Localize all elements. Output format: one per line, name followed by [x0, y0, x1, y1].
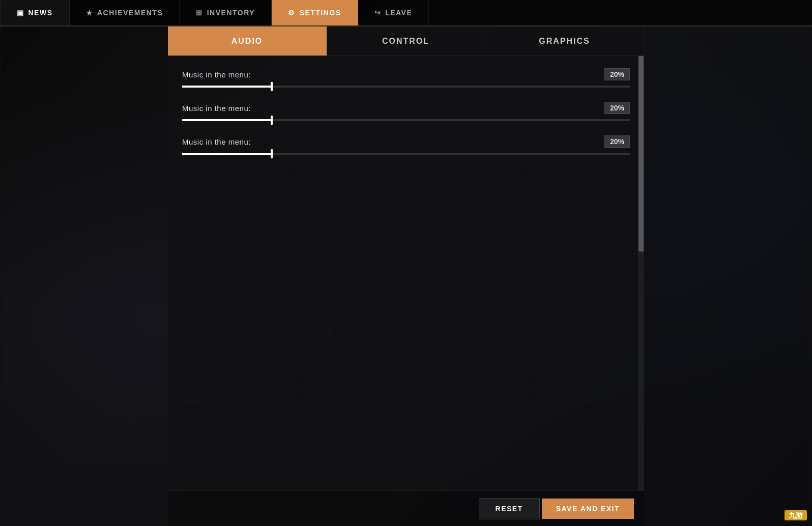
leave-icon: ↪	[374, 9, 382, 17]
slider-row-3: Music in the menu: 20%	[182, 135, 630, 155]
news-icon: ▣	[17, 9, 24, 17]
nav-label-news: NEWS	[28, 9, 53, 17]
slider-label-row-2: Music in the menu: 20%	[182, 102, 630, 114]
side-background-left	[0, 26, 168, 526]
slider-row-1: Music in the menu: 20%	[182, 68, 630, 88]
settings-content: Music in the menu: 20% Music in the menu…	[168, 56, 644, 181]
slider-track-3[interactable]	[182, 153, 630, 155]
settings-icon: ⚙	[288, 9, 296, 17]
nav-item-achievements[interactable]: ★ ACHIEVEMENTS	[70, 0, 180, 25]
tab-control[interactable]: CONTROL	[327, 26, 485, 56]
nav-label-achievements: ACHIEVEMENTS	[97, 9, 163, 17]
slider-label-row-3: Music in the menu: 20%	[182, 135, 630, 148]
tab-audio-label: AUDIO	[231, 37, 263, 46]
slider-label-2: Music in the menu:	[182, 104, 251, 113]
nav-item-news[interactable]: ▣ NEWS	[0, 0, 70, 25]
slider-label-1: Music in the menu:	[182, 70, 251, 79]
side-background-right	[644, 26, 812, 526]
tab-graphics[interactable]: GRAPHICS	[485, 26, 644, 56]
slider-value-1: 20%	[604, 68, 630, 80]
nav-label-leave: LEAVE	[385, 9, 412, 17]
nav-item-leave[interactable]: ↪ LEAVE	[358, 0, 429, 25]
nav-item-inventory[interactable]: ⊞ INVENTORY	[180, 0, 272, 25]
slider-track-2[interactable]	[182, 119, 630, 121]
slider-fill-3	[182, 153, 272, 155]
slider-fill-1	[182, 86, 272, 88]
slider-thumb-3[interactable]	[271, 149, 273, 158]
bottom-bar: RESET SAVE AND EXIT	[168, 490, 644, 526]
slider-row-2: Music in the menu: 20%	[182, 102, 630, 121]
reset-button[interactable]: RESET	[479, 498, 540, 519]
inventory-icon: ⊞	[196, 9, 203, 17]
slider-value-2: 20%	[604, 102, 630, 114]
slider-value-3: 20%	[604, 135, 630, 148]
nav-item-settings[interactable]: ⚙ SETTINGS	[272, 0, 358, 25]
nav-label-settings: SETTINGS	[300, 9, 341, 17]
watermark: 九游	[785, 508, 807, 521]
slider-thumb-1[interactable]	[271, 82, 273, 91]
nav-label-inventory: INVENTORY	[207, 9, 255, 17]
tab-graphics-label: GRAPHICS	[539, 37, 590, 46]
slider-thumb-2[interactable]	[271, 116, 273, 125]
sub-tab-bar: AUDIO CONTROL GRAPHICS	[168, 26, 644, 56]
tab-audio[interactable]: AUDIO	[168, 26, 327, 56]
achievements-icon: ★	[86, 9, 94, 17]
top-navigation: ▣ NEWS ★ ACHIEVEMENTS ⊞ INVENTORY ⚙ SETT…	[0, 0, 812, 26]
main-panel: AUDIO CONTROL GRAPHICS Music in the menu…	[168, 26, 644, 526]
slider-label-3: Music in the menu:	[182, 137, 251, 146]
save-exit-button[interactable]: SAVE AND EXIT	[542, 499, 634, 519]
slider-fill-2	[182, 119, 272, 121]
slider-label-row-1: Music in the menu: 20%	[182, 68, 630, 80]
slider-track-1[interactable]	[182, 86, 630, 88]
content-area: Music in the menu: 20% Music in the menu…	[168, 56, 644, 490]
tab-control-label: CONTROL	[382, 37, 429, 46]
